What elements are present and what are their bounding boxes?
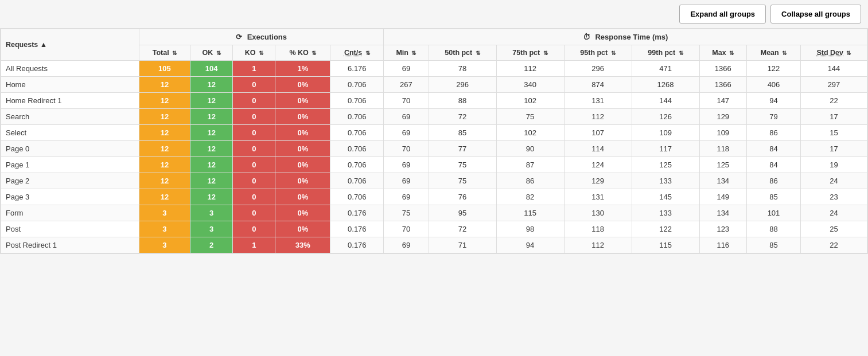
cell-cnts: 0.706 xyxy=(330,109,384,125)
table-row: Page 1121200%0.7066975871241251258419 xyxy=(1,157,867,173)
cell-p50: 72 xyxy=(429,221,496,237)
cell-min: 70 xyxy=(384,93,429,109)
cell-cnts: 0.706 xyxy=(330,157,384,173)
cell-p50: 77 xyxy=(429,141,496,157)
cell-ko: 1 xyxy=(233,61,275,77)
cell-p99: 122 xyxy=(632,221,699,237)
cell-pct-ko: 33% xyxy=(275,237,330,253)
cell-ko: 0 xyxy=(233,157,275,173)
cell-p75: 86 xyxy=(496,173,564,189)
cell-min: 69 xyxy=(384,125,429,141)
cell-std: 17 xyxy=(800,141,867,157)
cell-max: 134 xyxy=(699,205,746,221)
col-header-50th[interactable]: 50th pct ⇅ xyxy=(429,45,496,61)
cell-mean: 79 xyxy=(747,109,801,125)
cell-p50: 85 xyxy=(429,125,496,141)
col-group-executions: ⟳ Executions xyxy=(139,29,384,45)
cell-p75: 340 xyxy=(496,77,564,93)
cell-p99: 471 xyxy=(632,61,699,77)
col-header-requests[interactable]: Requests ▲ xyxy=(1,29,139,61)
cell-max: 1366 xyxy=(699,61,746,77)
col-header-95th[interactable]: 95th pct ⇅ xyxy=(564,45,632,61)
cell-p95: 112 xyxy=(564,109,632,125)
cell-ko: 0 xyxy=(233,173,275,189)
col-header-total[interactable]: Total ⇅ xyxy=(139,45,190,61)
table-row: Page 3121200%0.7066976821311451498523 xyxy=(1,189,867,205)
cell-cnts: 0.706 xyxy=(330,77,384,93)
sort-75th-icon: ⇅ xyxy=(543,50,548,56)
col-header-ko[interactable]: KO ⇅ xyxy=(233,45,275,61)
toolbar: Expand all groups Collapse all groups xyxy=(0,0,868,28)
cell-p95: 114 xyxy=(564,141,632,157)
cell-min: 69 xyxy=(384,109,429,125)
executions-icon: ⟳ xyxy=(236,33,242,41)
cell-p99: 125 xyxy=(632,157,699,173)
cell-std: 144 xyxy=(800,61,867,77)
cell-p99: 145 xyxy=(632,189,699,205)
cell-mean: 86 xyxy=(747,173,801,189)
collapse-all-button[interactable]: Collapse all groups xyxy=(770,5,861,24)
cell-ok: 12 xyxy=(190,125,233,141)
cell-std: 23 xyxy=(800,189,867,205)
sort-icon: ▲ xyxy=(40,41,47,49)
sort-ok-icon: ⇅ xyxy=(216,50,221,56)
cell-min: 70 xyxy=(384,221,429,237)
cell-mean: 88 xyxy=(747,221,801,237)
cell-pct-ko: 0% xyxy=(275,189,330,205)
cell-mean: 85 xyxy=(747,237,801,253)
table-row: Home Redirect 1121200%0.7067088102131144… xyxy=(1,93,867,109)
col-header-min[interactable]: Min ⇅ xyxy=(384,45,429,61)
cell-total: 12 xyxy=(139,157,190,173)
cell-ok: 12 xyxy=(190,157,233,173)
cell-p75: 115 xyxy=(496,205,564,221)
cell-p95: 124 xyxy=(564,157,632,173)
col-header-pct-ko[interactable]: % KO ⇅ xyxy=(275,45,330,61)
cell-p50: 95 xyxy=(429,205,496,221)
cell-request-name: Page 3 xyxy=(1,189,139,205)
cell-request-name: Home Redirect 1 xyxy=(1,93,139,109)
col-header-max[interactable]: Max ⇅ xyxy=(699,45,746,61)
cell-min: 70 xyxy=(384,141,429,157)
cell-total: 3 xyxy=(139,221,190,237)
cell-pct-ko: 0% xyxy=(275,125,330,141)
cell-ok: 104 xyxy=(190,61,233,77)
col-header-mean[interactable]: Mean ⇅ xyxy=(747,45,801,61)
sort-cnts-icon: ⇅ xyxy=(365,50,370,56)
cell-std: 22 xyxy=(800,237,867,253)
cell-p50: 88 xyxy=(429,93,496,109)
cell-request-name: Home xyxy=(1,77,139,93)
cell-pct-ko: 0% xyxy=(275,141,330,157)
expand-all-button[interactable]: Expand all groups xyxy=(679,5,766,24)
col-header-75th[interactable]: 75th pct ⇅ xyxy=(496,45,564,61)
cell-ok: 12 xyxy=(190,109,233,125)
cell-pct-ko: 0% xyxy=(275,173,330,189)
col-header-std-dev[interactable]: Std Dev ⇅ xyxy=(800,45,867,61)
cell-request-name: Select xyxy=(1,125,139,141)
cell-ko: 0 xyxy=(233,221,275,237)
cell-request-name: Page 0 xyxy=(1,141,139,157)
cell-cnts: 0.176 xyxy=(330,237,384,253)
cell-ok: 12 xyxy=(190,93,233,109)
table-row: Home121200%0.706267296340874126813664062… xyxy=(1,77,867,93)
cell-pct-ko: 0% xyxy=(275,109,330,125)
cell-pct-ko: 0% xyxy=(275,157,330,173)
table-row: Search121200%0.7066972751121261297917 xyxy=(1,109,867,125)
cell-max: 147 xyxy=(699,93,746,109)
col-header-ok[interactable]: OK ⇅ xyxy=(190,45,233,61)
cell-pct-ko: 0% xyxy=(275,205,330,221)
cell-ok: 12 xyxy=(190,141,233,157)
cell-total: 12 xyxy=(139,141,190,157)
cell-ko: 0 xyxy=(233,77,275,93)
cell-p95: 131 xyxy=(564,93,632,109)
cell-p99: 133 xyxy=(632,173,699,189)
col-header-99th[interactable]: 99th pct ⇅ xyxy=(632,45,699,61)
cell-p50: 75 xyxy=(429,157,496,173)
sort-ko-icon: ⇅ xyxy=(259,50,263,56)
table-row: Page 0121200%0.7067077901141171188417 xyxy=(1,141,867,157)
cell-max: 125 xyxy=(699,157,746,173)
col-header-cnts[interactable]: Cnt/s ⇅ xyxy=(330,45,384,61)
cell-cnts: 0.176 xyxy=(330,205,384,221)
sort-min-icon: ⇅ xyxy=(411,50,416,56)
cell-ko: 0 xyxy=(233,141,275,157)
stats-table-container: Requests ▲ ⟳ Executions ⏱ Response Time … xyxy=(0,28,868,254)
